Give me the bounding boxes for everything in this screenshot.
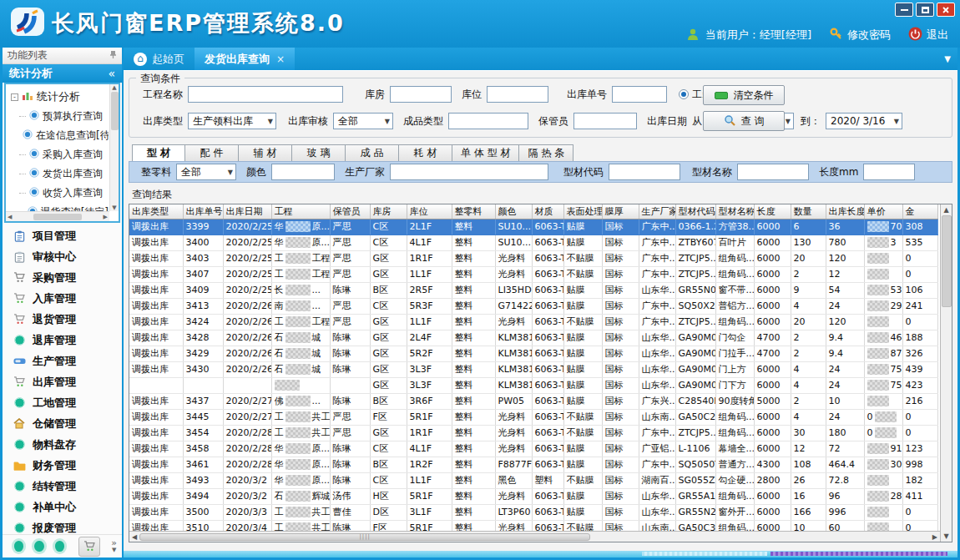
out-no-input[interactable] <box>612 86 667 103</box>
table-row[interactable]: 调拨出库34302020/2/26石城陈琳G区3L3F整料KLM38176063… <box>129 361 937 377</box>
table-row[interactable]: 调拨出库34542020/2/28工共工程严思G区1R1F整料光身料6063-T… <box>129 425 937 441</box>
search-button[interactable]: 查 询 <box>703 111 785 131</box>
sidebar-module-2[interactable]: 审核中心 <box>3 246 122 267</box>
table-row[interactable]: 调拨出库34372020/2/27佛...陈琳B区3R6F整料PW056063-… <box>129 393 937 409</box>
cart-shortcut-button[interactable] <box>78 537 100 557</box>
column-header[interactable]: 表面处理 <box>563 204 602 219</box>
sidebar-module-6[interactable]: 退库管理 <box>3 330 122 351</box>
minimize-button[interactable] <box>895 3 913 17</box>
tab-list-dropdown-icon[interactable]: ▼ <box>944 54 951 63</box>
column-header[interactable]: 单价 <box>864 204 902 219</box>
column-header[interactable]: 材质 <box>532 204 563 219</box>
material-tab-1[interactable]: 型 材 <box>132 144 185 161</box>
sidebar-module-7[interactable]: 生产管理 <box>3 351 122 371</box>
material-tab-5[interactable]: 成 品 <box>346 144 399 161</box>
product-type-input[interactable] <box>448 113 528 129</box>
table-row[interactable]: 调拨出库34582020/2/28华原...陈琳C区4L1F整料光身料6063-… <box>129 441 937 457</box>
sidebar-module-8[interactable]: 出库管理 <box>3 371 122 392</box>
grid-v-scrollbar[interactable]: ▲▼ <box>940 204 952 542</box>
table-row[interactable]: 调拨出库34242020/2/26工工程严思G区1L1F整料光身料6063-T5… <box>129 314 937 330</box>
keeper-input[interactable] <box>573 113 637 129</box>
table-row[interactable]: 调拨出库34002020/2/25华原...严思C区4L1F整料SU10...6… <box>129 235 937 250</box>
material-tab-6[interactable]: 耗 材 <box>399 144 452 161</box>
column-header[interactable]: 出库类型 <box>129 204 183 219</box>
material-tab-2[interactable]: 配 件 <box>185 144 239 161</box>
location-input[interactable] <box>487 86 548 103</box>
whole-part-select[interactable]: 全部▼ <box>176 164 236 180</box>
change-password-link[interactable]: 修改密码 <box>829 28 891 43</box>
collapse-icon[interactable]: « <box>108 67 115 80</box>
module-dot-icon[interactable] <box>14 541 23 552</box>
color-input[interactable] <box>271 164 335 180</box>
tree-item-3[interactable]: 采购入库查询 <box>8 145 109 164</box>
column-header[interactable]: 颜色 <box>495 204 532 219</box>
audit-select[interactable]: 全部▼ <box>333 113 393 129</box>
profile-name-input[interactable] <box>737 164 809 180</box>
tree-item-2[interactable]: 在途信息查询[待 <box>8 126 109 145</box>
column-header[interactable]: 库房 <box>370 204 407 219</box>
column-header[interactable]: 长度 <box>754 204 791 219</box>
warehouse-input[interactable] <box>390 86 452 103</box>
sidebar-module-5[interactable]: 退货管理 <box>3 309 122 330</box>
tree-h-scrollbar[interactable]: ◀▶ <box>6 211 109 221</box>
sidebar-module-15[interactable]: 报废管理 <box>3 517 122 534</box>
column-header[interactable]: 库位 <box>407 204 452 219</box>
sidebar-module-9[interactable]: 工地管理 <box>3 392 122 413</box>
material-tab-7[interactable]: 单 体 型 材 <box>452 144 519 161</box>
tree-item-1[interactable]: 预算执行查询 <box>8 107 109 126</box>
column-header[interactable]: 整零料 <box>452 204 495 219</box>
table-row[interactable]: 调拨出库34932020/3/2华原...陈琳C区1L1F整料黑色塑料不贴膜国标… <box>129 472 937 488</box>
profile-code-input[interactable] <box>609 164 680 180</box>
tree-item-5[interactable]: 收货入库查询 <box>8 184 109 203</box>
column-header[interactable]: 型材代码 <box>675 204 715 219</box>
tree-root-statistics[interactable]: - 统计分析 <box>8 86 109 107</box>
column-header[interactable]: 保管员 <box>330 204 370 219</box>
manufacturer-input[interactable] <box>390 164 548 180</box>
tree-v-scrollbar[interactable]: ▲▼ <box>109 84 119 211</box>
table-row[interactable]: G区3L3F整料KLM38176063-T5贴膜国标山东华...GA90M09.… <box>129 377 937 393</box>
material-tab-3[interactable]: 辅 材 <box>239 144 292 161</box>
tree-item-4[interactable]: 发货出库查询 <box>8 164 109 184</box>
table-row[interactable]: 调拨出库34282020/2/26石城陈琳G区2L4F整料KLM38176063… <box>129 330 937 346</box>
tab-shipment-outbound-query[interactable]: 发货出库查询 × <box>195 48 295 70</box>
table-row[interactable]: 调拨出库34292020/2/26石城陈琳G区5R2F整料KLM38176063… <box>129 346 937 361</box>
sidebar-module-11[interactable]: 物料盘存 <box>3 434 122 455</box>
table-row[interactable]: 调拨出库35002020/3/3工共工程曹佳D区3L1F整料LT3P606063… <box>129 504 937 520</box>
length-input[interactable] <box>863 164 915 180</box>
maximize-button[interactable] <box>916 3 934 17</box>
table-row[interactable]: 调拨出库35102020/3/4工共工程陈琳F区5R1F整料光身料6063-T5… <box>129 520 937 531</box>
table-row[interactable]: 调拨出库34132020/2/26南...严思C区5R3F整料G71422606… <box>129 298 937 314</box>
tab-home[interactable]: ⌂ 起始页 <box>124 48 195 70</box>
sidebar-module-12[interactable]: 财务管理 <box>3 455 122 476</box>
table-row[interactable]: 调拨出库34032020/2/25工工程严思G区1R1F整料光身料6063-T5… <box>129 250 937 266</box>
close-button[interactable] <box>937 3 955 17</box>
tab-close-icon[interactable]: × <box>276 53 285 65</box>
date-to-select[interactable]: 2020/ 3/16▼ <box>826 113 902 129</box>
sidebar-module-4[interactable]: 入库管理 <box>3 288 122 309</box>
column-header[interactable]: 出库单号 <box>183 204 223 219</box>
table-row[interactable]: 调拨出库34092020/2/25长...陈琳B区2R5F整料LI35HD606… <box>129 282 937 298</box>
sidebar-module-3[interactable]: 采购管理 <box>3 267 122 288</box>
table-row[interactable]: 调拨出库34942020/3/2石辉城汤伟H区5R1F整料光身料6063-T5贴… <box>129 488 937 504</box>
column-header[interactable]: 生产厂家 <box>639 204 675 219</box>
sidebar-section-statistics[interactable]: 统计分析 « <box>3 64 122 83</box>
sidebar-module-13[interactable]: 结转管理 <box>3 476 122 497</box>
grid-h-scrollbar[interactable]: ◀||||▶ <box>129 531 940 542</box>
column-header[interactable]: 金 <box>902 204 937 219</box>
more-modules-button[interactable]: »▼ <box>111 540 117 553</box>
table-row[interactable]: 调拨出库33992020/2/25华原...严思C区2L1F整料SU10...6… <box>129 219 937 235</box>
material-tab-8[interactable]: 隔 热 条 <box>519 144 573 161</box>
module-dot-icon[interactable] <box>55 541 64 552</box>
material-tab-4[interactable]: 玻 璃 <box>292 144 346 161</box>
out-type-select[interactable]: 生产领料出库▼ <box>188 113 276 129</box>
table-row[interactable]: 调拨出库34452020/2/27工共工程严思F区5R1F整料光身料6063-T… <box>129 409 937 425</box>
column-header[interactable]: 出库日期 <box>223 204 271 219</box>
sidebar-module-14[interactable]: 补单中心 <box>3 497 122 517</box>
sidebar-module-10[interactable]: 仓储管理 <box>3 413 122 434</box>
column-header[interactable]: 膜厚 <box>602 204 639 219</box>
clear-conditions-button[interactable]: 清空条件 <box>703 85 785 105</box>
column-header[interactable]: 型材名称 <box>715 204 754 219</box>
table-row[interactable]: 调拨出库34612020/2/28华原...陈琳B区1R2F整料F8877FT6… <box>129 457 937 472</box>
table-row[interactable]: 调拨出库34072020/2/25工工程严思G区1L1F整料光身料6063-T5… <box>129 266 937 282</box>
column-header[interactable]: 数量 <box>791 204 826 219</box>
